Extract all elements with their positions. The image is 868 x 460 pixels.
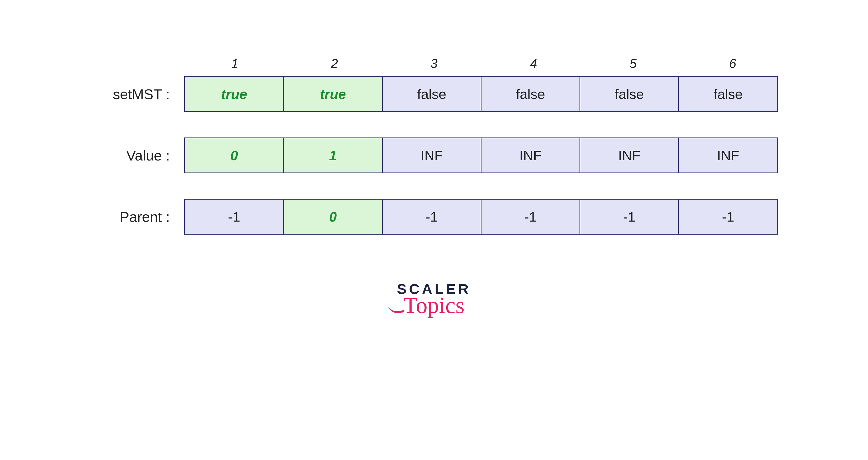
parent-cell: -1 (481, 199, 580, 235)
row-label-setmst: setMST : (86, 76, 185, 112)
parent-cell: -1 (580, 199, 679, 235)
value-cell: INF (382, 138, 482, 173)
value-cell: 1 (283, 138, 383, 173)
index-cell: 2 (285, 56, 384, 76)
parent-row: Parent : -1 0 -1 -1 -1 -1 (86, 199, 782, 235)
index-row: 1 2 3 4 5 6 (86, 56, 782, 76)
index-cell: 3 (384, 56, 484, 76)
value-cell: 0 (184, 138, 284, 173)
value-cell: INF (678, 138, 778, 173)
setmst-row: setMST : true true false false false fal… (86, 76, 782, 112)
value-cell: INF (580, 138, 679, 173)
setmst-cell: true (283, 76, 383, 112)
parent-cell: -1 (184, 199, 284, 235)
array-table: 1 2 3 4 5 6 setMST : true true false fal… (86, 56, 782, 235)
value-row-group: Value : 0 1 INF INF INF INF (86, 138, 782, 173)
setmst-cell: false (580, 76, 679, 112)
scaler-topics-logo: SCALER Topics (397, 281, 471, 318)
value-row: Value : 0 1 INF INF INF INF (86, 138, 782, 173)
value-cell: INF (481, 138, 580, 173)
index-cell: 1 (185, 56, 285, 76)
index-cell: 6 (683, 56, 782, 76)
parent-cell: 0 (283, 199, 383, 235)
row-label-parent: Parent : (86, 199, 185, 235)
index-row-group: 1 2 3 4 5 6 setMST : true true false fal… (86, 56, 782, 112)
setmst-cell: false (382, 76, 482, 112)
setmst-cell: false (678, 76, 778, 112)
parent-row-group: Parent : -1 0 -1 -1 -1 -1 (86, 199, 782, 235)
setmst-cell: false (481, 76, 580, 112)
setmst-cell: true (184, 76, 284, 112)
index-cell: 4 (484, 56, 583, 76)
logo-topics-text: Topics (404, 292, 465, 318)
row-label-value: Value : (86, 138, 185, 173)
parent-cell: -1 (678, 199, 778, 235)
index-cell: 5 (583, 56, 683, 76)
parent-cell: -1 (382, 199, 482, 235)
